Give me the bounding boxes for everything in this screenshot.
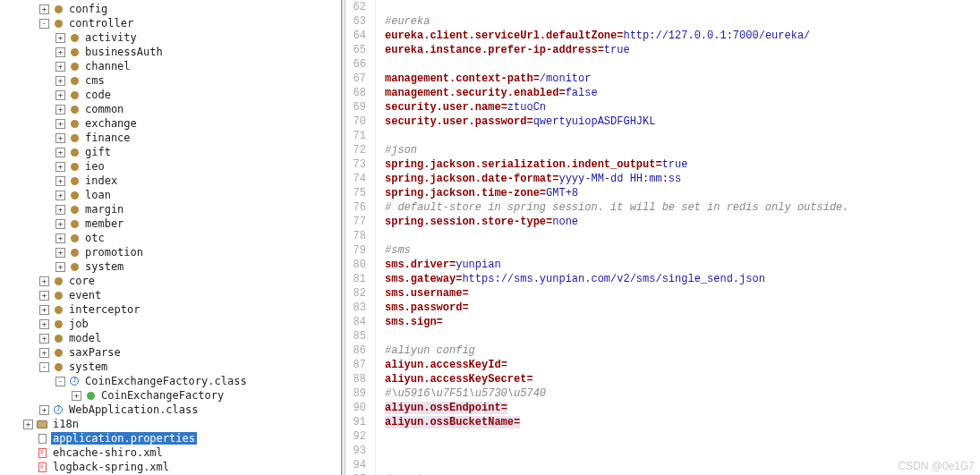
code-line[interactable]: 62 [345,0,980,14]
tree-item[interactable]: +job [0,317,341,331]
expand-icon[interactable]: + [55,205,65,215]
code-content[interactable]: security.user.name=ztuoCn [376,100,980,115]
code-line[interactable]: 68management.security.enabled=false [345,86,980,100]
code-line[interactable]: 93 [345,444,980,458]
tree-item[interactable]: +event [0,288,341,302]
code-line[interactable]: 87aliyun.accessKeyId= [345,358,980,372]
tree-item[interactable]: +activity [0,30,341,45]
code-content[interactable]: #sms [376,243,980,258]
tree-item[interactable]: +channel [0,59,341,73]
code-line[interactable]: 66 [345,57,980,72]
tree-item-label[interactable]: logback-spring.xml [51,461,171,473]
code-content[interactable]: security.user.password=qwertyuiopASDFGHJ… [376,115,980,129]
expand-icon[interactable]: + [55,233,65,243]
tree-item-label[interactable]: loan [83,189,113,201]
collapse-icon[interactable]: - [39,362,49,372]
tree-item-label[interactable]: WebApplication.class [67,403,200,416]
expand-icon[interactable]: + [55,133,65,143]
code-content[interactable]: aliyun.ossBucketName= [376,415,980,429]
code-content[interactable]: aliyun.ossEndpoint= [376,401,980,415]
expand-icon[interactable]: + [55,105,65,115]
code-line[interactable]: 67management.context-path=/monitor [345,72,980,86]
tree-item[interactable]: +exchange [0,116,341,131]
code-line[interactable]: 76# default-store in spring session. it … [345,200,980,215]
code-content[interactable]: sms.gateway=https://sms.yunpian.com/v2/s… [376,272,980,286]
code-line[interactable]: 72#json [345,143,980,157]
code-line[interactable]: 82sms.username= [345,286,980,301]
code-line[interactable]: 63#eureka [345,14,980,29]
tree-item[interactable]: application.properties [0,431,341,445]
tree-item-label[interactable]: interceptor [67,303,141,316]
tree-item[interactable]: +loan [0,188,341,202]
expand-icon[interactable]: + [55,62,65,72]
code-content[interactable]: #eureka [376,14,980,29]
code-line[interactable]: 65eureka.instance.prefer-ip-address=true [345,43,980,57]
tree-item[interactable]: +finance [0,131,341,145]
code-content[interactable]: spring.jackson.serialization.indent_outp… [376,157,980,172]
tree-item-label[interactable]: ehcache-shiro.xml [51,446,165,459]
code-line[interactable]: 70security.user.password=qwertyuiopASDFG… [345,115,980,129]
code-content[interactable]: #json [376,143,980,157]
tree-item-label[interactable]: finance [83,131,132,144]
tree-item-label[interactable]: application.properties [51,432,197,445]
code-content[interactable]: sms.password= [376,301,980,315]
tree-item[interactable]: +index [0,174,341,188]
tree-item-label[interactable]: CoinExchangeFactory [99,389,226,402]
tree-item[interactable]: +CoinExchangeFactory [0,388,341,403]
code-line[interactable]: 94 [345,458,980,472]
tree-item-label[interactable]: ieo [83,160,107,173]
expand-icon[interactable]: + [39,319,49,329]
expand-icon[interactable]: + [55,119,65,129]
expand-icon[interactable]: + [55,219,65,229]
code-content[interactable]: eureka.client.serviceUrl.defaultZone=htt… [376,29,980,43]
tree-item-label[interactable]: code [83,89,113,101]
expand-icon[interactable]: + [55,162,65,172]
code-content[interactable]: eureka.instance.prefer-ip-address=true [376,43,980,57]
code-content[interactable]: management.context-path=/monitor [376,72,980,86]
code-content[interactable]: spring.jackson.time-zone=GMT+8 [376,186,980,200]
code-line[interactable]: 90aliyun.ossEndpoint= [345,401,980,415]
expand-icon[interactable]: + [23,420,33,429]
tree-item-label[interactable]: common [83,103,125,115]
expand-icon[interactable]: + [39,291,49,301]
code-line[interactable]: 80sms.driver=yunpian [345,258,980,272]
expand-icon[interactable]: + [39,276,49,286]
project-tree[interactable]: +config-controller+activity+businessAuth… [0,0,342,475]
expand-icon[interactable]: + [39,405,49,415]
code-content[interactable]: aliyun.accessKeySecret= [376,372,980,386]
code-content[interactable]: management.security.enabled=false [376,86,980,100]
expand-icon[interactable]: + [39,334,49,344]
tree-item[interactable]: +gift [0,145,341,159]
expand-icon[interactable]: + [72,391,81,401]
expand-icon[interactable]: + [55,90,65,100]
tree-item-label[interactable]: core [67,275,97,287]
code-line[interactable]: 91aliyun.ossBucketName= [345,415,980,429]
tree-item[interactable]: +businessAuth [0,45,341,59]
tree-item-label[interactable]: event [67,289,103,301]
code-line[interactable]: 89#\u5916\u7F51\u5730\u5740 [345,386,980,401]
expand-icon[interactable]: + [55,248,65,258]
code-line[interactable]: 71 [345,129,980,143]
tree-item[interactable]: +promotion [0,245,341,259]
tree-item-label[interactable]: job [67,318,90,330]
code-line[interactable]: 81sms.gateway=https://sms.yunpian.com/v2… [345,272,980,286]
tree-item[interactable]: -system [0,360,341,374]
code-line[interactable]: 78 [345,229,980,243]
code-editor[interactable]: 6263#eureka64eureka.client.serviceUrl.de… [345,0,980,475]
expand-icon[interactable]: + [55,148,65,157]
tree-item-label[interactable]: activity [83,31,139,44]
tree-item-label[interactable]: member [83,217,125,230]
code-line[interactable]: 73spring.jackson.serialization.indent_ou… [345,157,980,172]
code-content[interactable]: sms.driver=yunpian [376,258,980,272]
expand-icon[interactable]: + [39,348,49,358]
tree-item-label[interactable]: gift [83,146,113,158]
code-content[interactable]: sms.username= [376,286,980,301]
tree-item-label[interactable]: exchange [83,117,139,130]
code-line[interactable]: 77spring.session.store-type=none [345,215,980,229]
collapse-icon[interactable]: - [39,19,49,29]
tree-item[interactable]: +member [0,216,341,231]
tree-item-label[interactable]: system [83,260,125,273]
code-line[interactable]: 84sms.sign= [345,315,980,329]
tree-item[interactable]: -CoinExchangeFactory.class [0,374,341,388]
code-line[interactable]: 74spring.jackson.date-format=yyyy-MM-dd … [345,172,980,186]
